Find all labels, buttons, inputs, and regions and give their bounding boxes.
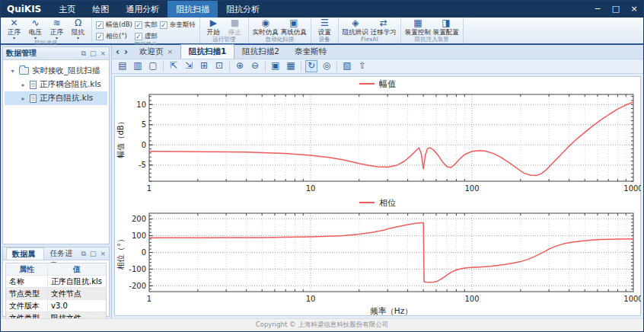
tree-item-1[interactable]: ▸正序耦合阻抗.kls xyxy=(5,78,107,91)
display-option-checkbox-1-1-1[interactable]: ✓虚部 xyxy=(135,32,158,41)
svg-text:200: 200 xyxy=(132,215,146,223)
ribbon-button-0-3[interactable]: Ω阻抗▾ xyxy=(69,18,88,40)
display-option-checkbox-1-1-0[interactable]: ✓实部 xyxy=(135,21,158,30)
ribbon-button-label: 装置配置 xyxy=(433,28,459,36)
float-icon[interactable]: ⧉ xyxy=(81,49,86,58)
export-icon[interactable]: ⇧ xyxy=(356,60,368,72)
maximize-button[interactable]: □ xyxy=(607,1,625,18)
display-option-checkbox-1-0-0[interactable]: ✓幅值(dB) xyxy=(96,21,132,30)
app-logo: QuiKIS xyxy=(1,4,50,14)
menu-tab-3[interactable]: 阻抗扫描 xyxy=(167,1,218,18)
refresh-icon[interactable]: ↻ xyxy=(305,60,317,72)
tree-item-label: 正序自阻抗.kls xyxy=(40,93,93,104)
document-tab-2[interactable]: 阻抗扫描2 xyxy=(234,45,287,59)
collapse-icon[interactable]: ▾ xyxy=(9,68,16,75)
document-tab-label: 欢迎页 xyxy=(139,46,164,57)
ribbon-button-2-0[interactable]: ▶开始 xyxy=(204,18,223,36)
ribbon-group-6: ▦装置控制◨装置配置阻抗注入装置 xyxy=(401,18,464,43)
zoom-in-icon[interactable]: ⊕ xyxy=(234,60,246,72)
checkbox-label: 虚部 xyxy=(145,32,158,41)
menu-tab-2[interactable]: 通用分析 xyxy=(117,1,167,18)
save-image-icon[interactable]: ▦ xyxy=(285,60,297,72)
close-tab-icon[interactable]: × xyxy=(167,48,173,56)
properties-table: 属性值名称正序自阻抗.kls节点类型文件节点文件版本v3.0文件类型阻抗文件 xyxy=(5,263,107,325)
document-tab-0[interactable]: 欢迎页× xyxy=(132,45,180,59)
ribbon-button-6-0[interactable]: ▦装置控制 xyxy=(405,18,431,36)
ribbon-button-6-1[interactable]: ◨装置配置 xyxy=(433,18,459,36)
zoom-out-icon[interactable]: ⊖ xyxy=(249,60,261,72)
left-dock: 数据管理 ⧉□× ▾实时接收_阻抗扫描▸正序耦合阻抗.kls▸正序自阻抗.kls… xyxy=(1,45,111,318)
display-option-checkbox-1-2-0[interactable]: ✓奈奎斯特 xyxy=(160,21,196,30)
tree-item-label: 正序耦合阻抗.kls xyxy=(40,79,101,90)
svg-text:100: 100 xyxy=(132,231,146,240)
table-row[interactable]: 文件版本v3.0 xyxy=(6,300,106,312)
fit-selection-icon[interactable]: ⇲ xyxy=(183,60,195,72)
fit-frame-icon[interactable]: ⊡ xyxy=(213,60,225,72)
close-button[interactable]: × xyxy=(625,1,643,18)
data-manager-title: 数据管理 xyxy=(6,48,37,59)
maximize-icon[interactable]: □ xyxy=(90,250,97,258)
document-tab-1[interactable]: 阻抗扫描1 xyxy=(180,44,234,59)
property-value-cell: v3.0 xyxy=(48,300,106,311)
svg-text:1000: 1000 xyxy=(623,184,641,193)
ribbon-button-0-0[interactable]: ✕正序▾ xyxy=(5,18,24,40)
properties-panel: 数据属性任务进度 ⧉□× 属性值名称正序自阻抗.kls节点类型文件节点文件版本v… xyxy=(2,247,110,317)
tree-item-0[interactable]: ▾实时接收_阻抗扫描 xyxy=(5,64,107,78)
ribbon-button-3-1[interactable]: ▣离线仿真 xyxy=(281,18,307,36)
menu-tab-4[interactable]: 阻抗分析 xyxy=(218,1,268,18)
minimize-button[interactable]: − xyxy=(588,1,607,18)
tile-vertical-icon[interactable]: ▥ xyxy=(132,60,144,72)
fit-window-icon[interactable]: ⊞ xyxy=(198,60,210,72)
document-tab-3[interactable]: 奈奎斯特 xyxy=(287,45,334,59)
float-icon[interactable]: ⧉ xyxy=(81,250,86,258)
svg-text:100: 100 xyxy=(464,295,479,303)
crosshair-icon[interactable]: ◎ xyxy=(320,60,333,72)
ribbon-button-4-0[interactable]: ☰设置 xyxy=(315,18,334,36)
ribbon-button-5-0[interactable]: ◈阻抗辨识 xyxy=(343,18,368,36)
svg-text:5: 5 xyxy=(142,120,146,129)
ribbon-button-5-1[interactable]: ⇄迁移学习 xyxy=(371,18,397,36)
property-value-cell: 文件节点 xyxy=(48,288,106,299)
chart-pane: 幅值 -505101101001000幅值（dB） 相位 -200-100010… xyxy=(112,74,643,318)
magnitude-chart[interactable]: -505101101001000幅值（dB） xyxy=(114,90,641,196)
tree-item-2[interactable]: ▸正序自阻抗.kls xyxy=(5,91,107,105)
tab-nav-back-icon[interactable]: ‹ xyxy=(116,46,120,57)
checkbox-icon[interactable]: ✓ xyxy=(135,21,142,29)
phase-chart[interactable]: -200-10001002001101001000相位（°）频率（Hz） xyxy=(114,209,641,318)
phase-legend: 相位 xyxy=(359,196,396,209)
table-header-row: 属性值 xyxy=(6,263,106,276)
menu-tab-0[interactable]: 主页 xyxy=(50,1,84,18)
close-icon[interactable]: × xyxy=(100,49,106,58)
display-option-checkbox-1-0-1[interactable]: ✓相位(°) xyxy=(96,32,132,41)
checkbox-icon[interactable]: ✓ xyxy=(135,33,142,40)
tile-horizontal-icon[interactable]: ▤ xyxy=(116,60,129,72)
document-tab-label: 阻抗扫描1 xyxy=(189,46,226,57)
table-row[interactable]: 名称正序自阻抗.kls xyxy=(6,276,106,288)
report-icon[interactable]: ▧ xyxy=(341,60,353,72)
checkbox-icon[interactable]: ✓ xyxy=(96,33,104,40)
ribbon-button-0-2[interactable]: ≋正序▾ xyxy=(47,18,66,40)
ribbon-button-label: 离线仿真 xyxy=(281,28,307,36)
ribbon-group-items-1: ✓幅值(dB)✓相位(°)✓实部✓虚部✓奈奎斯特 xyxy=(96,18,196,41)
toolbar-separator xyxy=(265,62,266,72)
tab-nav-forward-icon[interactable]: › xyxy=(124,46,128,57)
table-row[interactable]: 节点类型文件节点 xyxy=(6,288,106,300)
close-icon[interactable]: × xyxy=(100,250,106,258)
expand-icon[interactable]: ▸ xyxy=(20,95,27,102)
impedance-icon: Ω xyxy=(75,18,81,28)
checkbox-icon[interactable]: ✓ xyxy=(96,21,104,29)
checkbox-icon[interactable]: ✓ xyxy=(160,21,167,29)
ribbon-button-3-0[interactable]: ◉实时仿真 xyxy=(253,18,279,36)
menu-tab-1[interactable]: 绘图 xyxy=(84,1,117,18)
ribbon-button-0-1[interactable]: ∿电压▾ xyxy=(26,18,45,40)
single-view-icon[interactable]: ▢ xyxy=(147,60,159,72)
copy-image-icon[interactable]: ▣ xyxy=(269,60,282,72)
svg-text:10: 10 xyxy=(136,101,146,109)
ribbon-button-label: 设置 xyxy=(318,28,331,36)
ribbon-group-label-6: 阻抗注入装置 xyxy=(405,36,459,43)
fit-width-icon[interactable]: ⇱ xyxy=(167,60,180,72)
properties-tab-1[interactable]: 任务进度 xyxy=(44,247,81,260)
properties-tab-0[interactable]: 数据属性 xyxy=(6,247,44,260)
maximize-icon[interactable]: □ xyxy=(90,49,97,58)
expand-icon[interactable]: ▸ xyxy=(20,81,27,88)
